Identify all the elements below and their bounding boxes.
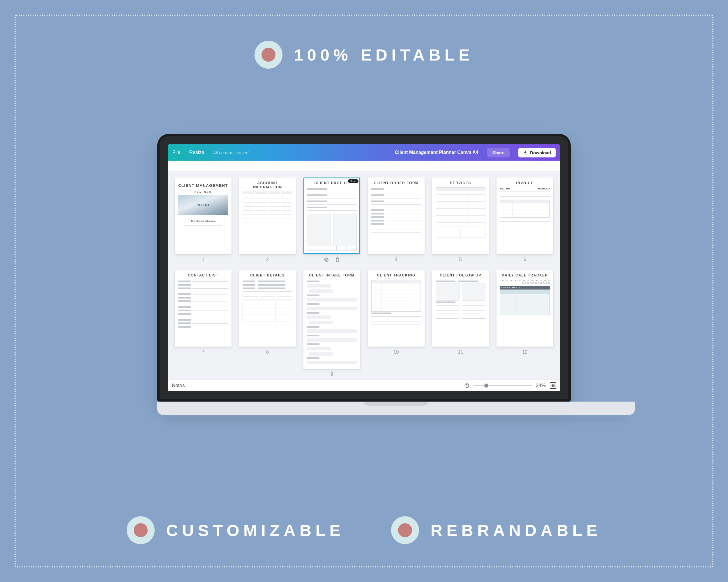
page-thumbnail[interactable]: CLIENT ORDER FORM4: [368, 177, 424, 262]
page-thumbnail[interactable]: SERVICES5: [432, 177, 489, 262]
editor-toolbar: [168, 161, 560, 172]
page-10[interactable]: CLIENT TRACKING: [368, 270, 424, 346]
page-8[interactable]: CLIENT DETAILS: [239, 270, 296, 346]
page-thumbnail[interactable]: CLIENT INTAKE FORM9: [304, 270, 360, 377]
page-3[interactable]: CLIENT PROFILEBasic: [304, 177, 360, 254]
page-4[interactable]: CLIENT ORDER FORM: [368, 177, 424, 254]
page-number: 12: [522, 350, 528, 355]
page-thumbnail[interactable]: CLIENT TRACKING10: [368, 270, 424, 377]
page-thumbnail[interactable]: DAILY CALL TRACKERAPPOINTMENTS12: [496, 270, 553, 377]
notes-button[interactable]: Notes: [172, 383, 185, 388]
page-number: 8: [266, 350, 269, 355]
editor-screen: File Resize All changes saved Client Man…: [168, 144, 560, 391]
page-9[interactable]: CLIENT INTAKE FORM: [304, 270, 360, 369]
page-6[interactable]: INVOICEBILL TO:INVOICE #: [496, 177, 553, 254]
page-thumbnail[interactable]: CLIENT FOLLOW UP11: [432, 270, 489, 377]
svg-rect-1: [325, 258, 327, 260]
page-number: 7: [202, 350, 204, 355]
help-icon[interactable]: [464, 383, 469, 388]
page-11[interactable]: CLIENT FOLLOW UP: [432, 270, 489, 346]
page-7[interactable]: CONTACT LIST: [175, 270, 232, 346]
svg-rect-0: [326, 259, 328, 261]
zoom-value: 24%: [536, 383, 546, 388]
hero-bottom-left-text: CUSTOMIZABLE: [166, 521, 344, 540]
page-thumbnail[interactable]: CLIENT PROFILEBasic: [304, 177, 360, 262]
hero-bottom-right-text: REBRANDABLE: [431, 521, 601, 540]
hero-top: 100% EDITABLE: [0, 41, 728, 69]
bullet-icon: [255, 41, 283, 69]
page-2[interactable]: ACCOUNT INFORMATION: [239, 177, 296, 254]
page-number: 1: [202, 257, 204, 262]
menu-file[interactable]: File: [173, 149, 180, 156]
hero-top-text: 100% EDITABLE: [294, 46, 474, 64]
save-status: All changes saved: [213, 150, 249, 155]
page-number: 9: [331, 371, 333, 377]
page-thumbnail[interactable]: INVOICEBILL TO:INVOICE #6: [496, 177, 553, 262]
page-number: 4: [395, 257, 397, 262]
page-number: 11: [458, 350, 463, 355]
download-icon: [523, 150, 528, 155]
zoom-slider[interactable]: [473, 385, 532, 386]
page-number: 5: [459, 257, 462, 262]
document-title[interactable]: Client Management Planner Canva A4: [395, 150, 478, 155]
page-12[interactable]: DAILY CALL TRACKERAPPOINTMENTS: [496, 270, 553, 346]
pages-grid: CLIENT MANAGEMENTPLANNERCLIENTThis plann…: [175, 177, 553, 377]
page-5[interactable]: SERVICES: [432, 177, 489, 254]
bullet-icon: [127, 516, 155, 544]
share-button[interactable]: Share: [487, 148, 510, 158]
page-number: 10: [394, 350, 399, 355]
laptop-base: [157, 401, 635, 415]
page-number: 6: [524, 257, 526, 262]
page-thumbnail[interactable]: CLIENT MANAGEMENTPLANNERCLIENTThis plann…: [175, 177, 232, 262]
download-button[interactable]: Download: [518, 148, 555, 158]
menu-resize[interactable]: Resize: [189, 149, 204, 156]
page-number: 2: [266, 257, 269, 262]
hero-bottom: CUSTOMIZABLE REBRANDABLE: [0, 516, 728, 544]
delete-icon[interactable]: [335, 257, 340, 262]
bullet-icon: [391, 516, 419, 544]
editor-topbar: File Resize All changes saved Client Man…: [168, 144, 560, 161]
page-tools: [324, 257, 340, 262]
duplicate-icon[interactable]: [324, 257, 329, 262]
page-1[interactable]: CLIENT MANAGEMENTPLANNERCLIENTThis plann…: [175, 177, 232, 254]
grid-view-button[interactable]: 40: [550, 382, 556, 389]
page-thumbnail[interactable]: ACCOUNT INFORMATION2: [239, 177, 296, 262]
page-thumbnail[interactable]: CONTACT LIST7: [175, 270, 232, 377]
page-thumbnail[interactable]: CLIENT DETAILS8: [239, 270, 296, 377]
laptop-mockup: File Resize All changes saved Client Man…: [157, 134, 571, 415]
editor-statusbar: Notes 24% 40: [168, 380, 560, 391]
